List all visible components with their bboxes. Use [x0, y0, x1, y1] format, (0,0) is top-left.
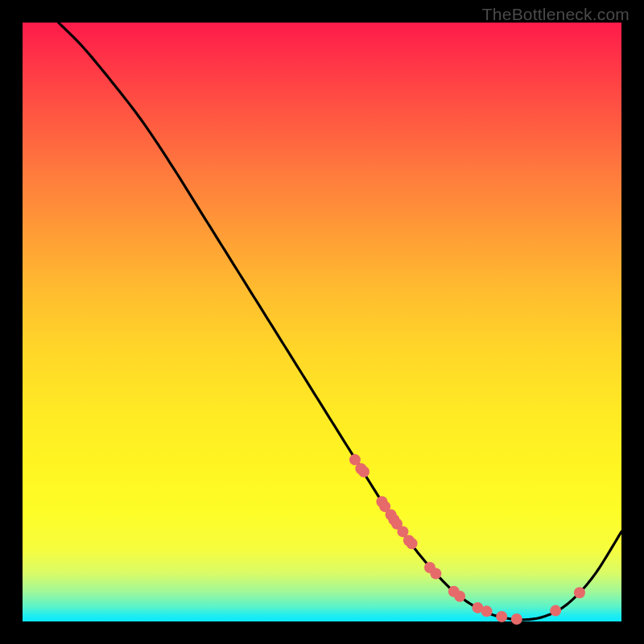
- data-point: [496, 611, 507, 622]
- data-point: [454, 591, 465, 602]
- data-point: [511, 613, 522, 625]
- data-points-group: [349, 454, 585, 625]
- data-point: [358, 466, 369, 477]
- data-point: [430, 568, 441, 579]
- data-point: [481, 605, 493, 617]
- watermark-text: TheBottleneck.com: [482, 5, 630, 24]
- data-point: [574, 587, 585, 598]
- chart-svg: [23, 23, 621, 621]
- bottleneck-curve: [59, 23, 621, 620]
- plot-gradient-area: [23, 23, 621, 621]
- data-point: [407, 538, 418, 549]
- data-point: [550, 605, 561, 617]
